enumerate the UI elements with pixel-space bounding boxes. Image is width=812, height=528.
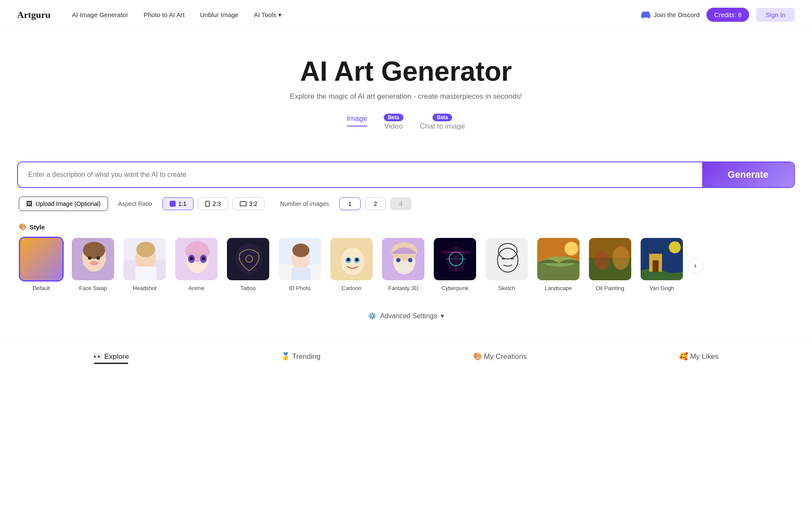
style-name-faceswap: Face Swap	[79, 285, 107, 291]
settings-icon: ⚙️	[368, 312, 377, 320]
navbar: Artguru AI Image Generator Photo to AI A…	[0, 0, 812, 30]
tab-underline	[94, 363, 128, 364]
mode-tabs: Image Beta Video Beta Chat to image	[9, 114, 803, 133]
style-next-button[interactable]: ›	[688, 258, 703, 273]
style-item-tattoo[interactable]: Tattoo	[226, 237, 271, 291]
svg-point-25	[292, 243, 309, 257]
signin-button[interactable]: Sign In	[756, 8, 795, 22]
discord-button[interactable]: Join the Discord	[641, 10, 700, 20]
footer-tab-explore[interactable]: 👀 Explore	[93, 352, 129, 364]
style-img-vangogh	[639, 237, 684, 282]
style-name-sketch: Sketch	[498, 285, 515, 291]
style-section: 🎨 Style DefaultFace SwapHeadshotAnimeTat…	[17, 223, 795, 295]
style-item-anime[interactable]: Anime	[174, 237, 219, 291]
nav-photo-to-ai-art[interactable]: Photo to AI Art	[144, 11, 185, 18]
svg-point-36	[396, 258, 400, 262]
svg-rect-11	[135, 267, 156, 282]
square-shape-icon	[170, 201, 176, 207]
logo[interactable]: Artguru	[17, 9, 50, 21]
style-img-cyberpunk	[432, 237, 477, 282]
footer-tab-my-creations[interactable]: 🎨 My Creations	[473, 352, 527, 364]
svg-point-3	[83, 242, 105, 259]
svg-point-10	[136, 242, 155, 257]
style-img-landscape	[536, 237, 581, 282]
num-1[interactable]: 1	[339, 197, 361, 210]
style-item-headshot[interactable]: Headshot	[122, 237, 167, 291]
svg-point-37	[408, 258, 412, 262]
style-item-fantasy3d[interactable]: Fantasty 3D	[381, 237, 426, 291]
nav-links: AI Image Generator Photo to AI Art Unblu…	[72, 11, 641, 19]
style-item-cyberpunk[interactable]: Cyberpunk	[432, 237, 477, 291]
style-item-idphoto[interactable]: ID Photo	[277, 237, 322, 291]
svg-point-4	[88, 256, 91, 260]
svg-point-28	[341, 248, 365, 275]
prompt-row: Generate	[17, 161, 795, 188]
style-item-faceswap[interactable]: Face Swap	[71, 237, 115, 291]
style-name-tattoo: Tattoo	[241, 285, 256, 291]
landscape-shape-icon	[240, 201, 247, 206]
nav-ai-tools[interactable]: AI Tools ▾	[254, 11, 282, 19]
credits-button[interactable]: Credits: 8	[706, 8, 749, 22]
svg-point-18	[202, 257, 205, 260]
hero-section: AI Art Generator Explore the magic of AI…	[0, 30, 812, 161]
style-name-vangogh: Van Gogh	[650, 285, 674, 291]
aspect-2-3[interactable]: 2:3	[198, 197, 228, 210]
generate-button[interactable]: Generate	[702, 162, 794, 187]
num-options: 1 2 4	[339, 197, 412, 210]
style-name-idphoto: ID Photo	[289, 285, 311, 291]
style-name-oilpainting: Oil Painting	[596, 285, 624, 291]
footer-tab-trending[interactable]: 🥇 Trending	[281, 352, 321, 364]
tab-image[interactable]: Image	[347, 114, 367, 126]
tab-video[interactable]: Beta Video	[384, 122, 403, 133]
num-4: 4	[390, 197, 412, 210]
tab-chat-to-image[interactable]: Beta Chat to image	[420, 122, 465, 133]
advanced-section: ⚙️ Advanced Settings ▾	[17, 295, 795, 333]
style-img-faceswap	[71, 237, 115, 282]
num-2[interactable]: 2	[365, 197, 386, 210]
style-img-idphoto	[277, 237, 322, 282]
style-img-anime	[174, 237, 219, 282]
style-name-headshot: Headshot	[133, 285, 157, 291]
svg-point-55	[612, 246, 630, 270]
nav-ai-image-generator[interactable]: AI Image Generator	[72, 11, 128, 18]
discord-icon	[641, 10, 650, 20]
style-item-cartoon[interactable]: Cartoon	[329, 237, 374, 291]
portrait-shape-icon	[205, 201, 210, 207]
controls-row: 🖼 Upload Image (Optional) Aspect Ratio 1…	[17, 197, 795, 211]
style-item-sketch[interactable]: Sketch	[484, 237, 529, 291]
style-item-landscape[interactable]: Landscape	[536, 237, 581, 291]
style-name-fantasy3d: Fantasty 3D	[388, 285, 418, 291]
style-img-tattoo	[226, 237, 271, 282]
svg-rect-58	[653, 260, 659, 272]
chevron-down-icon: ▾	[278, 11, 282, 19]
style-name-cyberpunk: Cyberpunk	[441, 285, 468, 291]
aspect-1-1[interactable]: 1:1	[162, 197, 194, 210]
hero-subtitle: Explore the magic of AI art generation -…	[9, 92, 803, 101]
style-name-cartoon: Cartoon	[341, 285, 361, 291]
style-name-default: Default	[32, 285, 50, 291]
palette-icon: 🎨	[19, 223, 27, 231]
svg-point-31	[347, 258, 350, 261]
image-icon: 🖼	[26, 200, 32, 207]
svg-rect-26	[291, 267, 311, 282]
aspect-3-2[interactable]: 3:2	[232, 197, 265, 210]
advanced-settings-button[interactable]: ⚙️ Advanced Settings ▾	[368, 312, 444, 320]
style-img-oilpainting	[588, 237, 633, 282]
style-name-anime: Anime	[188, 285, 204, 291]
prompt-input[interactable]	[18, 162, 702, 187]
style-img-fantasy3d	[381, 237, 426, 282]
style-img-cartoon	[329, 237, 374, 282]
style-item-oilpainting[interactable]: Oil Painting	[588, 237, 633, 291]
svg-rect-0	[20, 237, 62, 282]
style-item-default[interactable]: Default	[19, 237, 64, 291]
svg-point-59	[669, 241, 681, 253]
nav-unblur-image[interactable]: Unblur Image	[200, 11, 238, 18]
style-item-vangogh[interactable]: Van Gogh	[639, 237, 684, 291]
style-img-default	[19, 237, 64, 282]
generate-area: Generate 🖼 Upload Image (Optional) Aspec…	[9, 161, 803, 333]
footer-tab-my-likes[interactable]: 🥰 My Likes	[679, 352, 719, 364]
chevron-down-icon: ▾	[441, 312, 444, 320]
upload-button[interactable]: 🖼 Upload Image (Optional)	[19, 197, 108, 211]
style-img-headshot	[122, 237, 167, 282]
aspect-options: 1:1 2:3 3:2	[162, 197, 265, 210]
